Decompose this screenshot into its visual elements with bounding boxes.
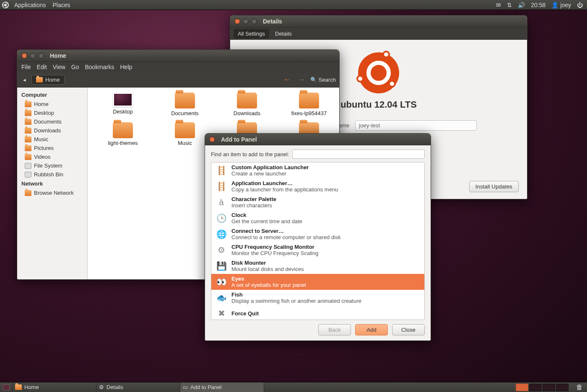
maximize-icon[interactable]: [251, 18, 257, 24]
workspace-1[interactable]: [516, 384, 528, 391]
tab-details[interactable]: Details: [271, 29, 296, 39]
sidebar-item-music[interactable]: Music: [17, 135, 87, 144]
bottom-panel: Home ⚙ Details ▭ Add to Panel 🗑: [0, 382, 587, 392]
addpanel-titlebar[interactable]: Add to Panel: [205, 134, 431, 145]
applet-desc: Get the current time and date: [231, 218, 302, 224]
nautilus-sidebar: Computer HomeDesktopDocumentsDownloadsMu…: [17, 88, 88, 279]
sidebar-item-videos[interactable]: Videos: [17, 152, 87, 161]
mail-icon[interactable]: ✉: [496, 2, 501, 8]
menu-places[interactable]: Places: [49, 2, 74, 8]
top-panel: Applications Places ✉ ⇅ 🔊 20:58 👤 joey ⏻: [0, 0, 587, 10]
menu-go[interactable]: Go: [71, 64, 79, 70]
applet-desc: Monitor the CPU Frequency Scaling: [231, 250, 318, 256]
folder-icon: [25, 190, 31, 196]
path-segment-home[interactable]: Home: [31, 75, 65, 85]
show-desktop-button[interactable]: [0, 382, 13, 392]
task-add-to-panel[interactable]: ▭ Add to Panel: [180, 382, 264, 392]
applet-title: Character Palette: [231, 196, 276, 202]
nav-back-icon[interactable]: ←: [282, 75, 293, 84]
menu-file[interactable]: File: [21, 64, 31, 70]
folder-icon: [25, 110, 31, 116]
folder-desktop[interactable]: Desktop: [92, 93, 154, 116]
applet-connect-to-server[interactable]: 🌐Connect to Server…Connect to a remote c…: [211, 226, 424, 242]
minimize-icon[interactable]: [30, 53, 36, 59]
add-button[interactable]: Add: [355, 324, 388, 335]
menu-applications[interactable]: Applications: [11, 2, 49, 8]
sidebar-item-desktop[interactable]: Desktop: [17, 108, 87, 117]
find-input[interactable]: [292, 150, 425, 159]
folder-downloads[interactable]: Downloads: [216, 93, 278, 116]
folder-icon: [299, 93, 319, 108]
workspace-3[interactable]: [543, 384, 555, 391]
applet-desc: Display a swimming fish or another anima…: [231, 298, 361, 304]
nautilus-toolbar: ◂ Home ← → 🔍 Search: [17, 72, 339, 88]
applet-cpu-frequency-scaling-monitor[interactable]: ⚙CPU Frequency Scaling MonitorMonitor th…: [211, 242, 424, 258]
menu-edit[interactable]: Edit: [37, 64, 47, 70]
task-home[interactable]: Home: [13, 382, 96, 392]
volume-icon[interactable]: 🔊: [518, 2, 525, 8]
maximize-icon[interactable]: [38, 53, 44, 59]
tab-all-settings[interactable]: All Settings: [234, 29, 269, 39]
applet-eyes[interactable]: 👀EyesA set of eyeballs for your panel: [211, 274, 424, 290]
details-titlebar[interactable]: Details: [230, 15, 527, 27]
applet-title: Disk Mounter: [231, 260, 304, 266]
minimize-icon[interactable]: [243, 18, 249, 24]
folder-icon: [36, 77, 43, 83]
applet-icon: à: [216, 196, 227, 208]
workspace-4[interactable]: [556, 384, 569, 391]
applet-icon: 💾: [216, 260, 227, 272]
menu-bookmarks[interactable]: Bookmarks: [85, 64, 114, 70]
applet-clock[interactable]: 🕒ClockGet the current time and date: [211, 210, 424, 226]
device-name-input[interactable]: [355, 120, 477, 131]
folder-light-themes[interactable]: light-themes: [92, 122, 154, 146]
nautilus-titlebar[interactable]: Home: [17, 50, 339, 62]
network-icon[interactable]: ⇅: [507, 2, 512, 8]
folder-label: light-themes: [108, 140, 138, 146]
back-button[interactable]: Back: [318, 324, 351, 335]
sidebar-heading-computer: Computer: [17, 90, 87, 100]
sidebar-item-home[interactable]: Home: [17, 100, 87, 108]
sidebar-heading-network: Network: [17, 179, 87, 188]
applet-desc: A set of eyeballs for your panel: [231, 282, 306, 288]
workspace-switcher[interactable]: [512, 384, 572, 391]
path-toggle-button[interactable]: ◂: [21, 75, 28, 85]
applet-title: Clock: [231, 212, 302, 218]
sidebar-item-file-system[interactable]: File System: [17, 161, 87, 170]
panel-applet-list[interactable]: 🪜Custom Application LauncherCreate a new…: [211, 162, 425, 320]
close-icon[interactable]: [21, 53, 27, 59]
sidebar-item-documents[interactable]: Documents: [17, 117, 87, 126]
sidebar-item-pictures[interactable]: Pictures: [17, 144, 87, 152]
applet-title: CPU Frequency Scaling Monitor: [231, 244, 318, 250]
search-button[interactable]: 🔍 Search: [310, 77, 336, 83]
folder-label: Documents: [171, 110, 199, 116]
close-button[interactable]: Close: [392, 324, 425, 335]
nav-forward-icon[interactable]: →: [296, 75, 307, 84]
folder-fixes-lp954437[interactable]: fixes-lp954437: [278, 93, 339, 116]
search-label: Search: [319, 77, 336, 83]
menu-view[interactable]: View: [53, 64, 65, 70]
install-updates-button[interactable]: Install Updates: [469, 181, 519, 192]
applet-application-launcher[interactable]: 🪜Application Launcher…Copy a launcher fr…: [211, 178, 424, 194]
task-details[interactable]: ⚙ Details: [96, 382, 180, 392]
applet-icon: 🕒: [216, 212, 227, 224]
close-icon[interactable]: [234, 18, 240, 24]
clock[interactable]: 20:58: [531, 2, 545, 8]
applet-custom-application-launcher[interactable]: 🪜Custom Application LauncherCreate a new…: [211, 162, 424, 178]
power-icon[interactable]: ⏻: [577, 2, 583, 8]
applet-character-palette[interactable]: àCharacter PaletteInsert characters: [211, 194, 424, 210]
applet-force-quit[interactable]: ✖Force Quit: [211, 306, 424, 320]
folder-documents[interactable]: Documents: [154, 93, 216, 116]
menu-help[interactable]: Help: [120, 64, 132, 70]
folder-icon: [25, 119, 31, 125]
sidebar-item-label: Rubbish Bin: [34, 171, 63, 178]
ubuntu-logo-icon[interactable]: [2, 1, 9, 9]
applet-fish[interactable]: 🐟FishDisplay a swimming fish or another …: [211, 290, 424, 306]
sidebar-item-browse-network[interactable]: Browse Network: [17, 188, 87, 197]
close-icon[interactable]: [209, 137, 215, 142]
trash-icon[interactable]: 🗑: [572, 384, 587, 391]
sidebar-item-rubbish-bin[interactable]: Rubbish Bin: [17, 170, 87, 179]
sidebar-item-downloads[interactable]: Downloads: [17, 126, 87, 135]
applet-disk-mounter[interactable]: 💾Disk MounterMount local disks and devic…: [211, 258, 424, 274]
workspace-2[interactable]: [529, 384, 542, 391]
user-menu[interactable]: 👤 joey: [551, 2, 571, 8]
